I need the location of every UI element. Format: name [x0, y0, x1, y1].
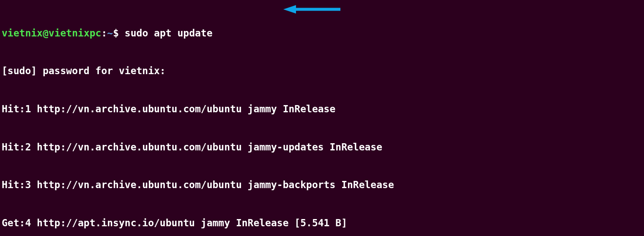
prompt-host: vietnixpc — [49, 28, 101, 39]
prompt-user: vietnix — [2, 28, 43, 39]
prompt-path: ~ — [107, 28, 113, 39]
prompt-at: @ — [43, 28, 49, 39]
terminal-window[interactable]: vietnix@vietnixpc:~$ sudo apt update [su… — [2, 2, 642, 236]
output-line: Hit:3 http://vn.archive.ubuntu.com/ubunt… — [2, 179, 642, 192]
command-input[interactable]: sudo apt update — [119, 28, 213, 39]
prompt-dollar: $ — [113, 28, 119, 39]
output-line: Get:4 http://apt.insync.io/ubuntu jammy … — [2, 217, 642, 230]
prompt-line-1: vietnix@vietnixpc:~$ sudo apt update — [2, 27, 642, 40]
prompt-colon: : — [101, 28, 107, 39]
output-line: Hit:2 http://vn.archive.ubuntu.com/ubunt… — [2, 141, 642, 154]
output-line: Hit:1 http://vn.archive.ubuntu.com/ubunt… — [2, 103, 642, 116]
output-line: [sudo] password for vietnix: — [2, 65, 642, 78]
